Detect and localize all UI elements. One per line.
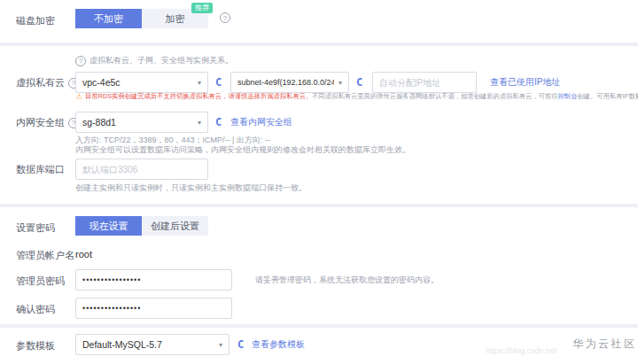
admin-password-input[interactable] [75, 269, 232, 290]
vpc-help-text: 虚拟私有云、子网、安全组与实例关系。 [89, 55, 233, 66]
help-icon[interactable]: ? [220, 12, 230, 23]
admin-password-hint: 请妥善管理密码，系统无法获取您设置的密码内容。 [255, 275, 439, 286]
security-group-select-value: sg-88d1 [82, 117, 116, 128]
console-link[interactable]: 控制台 [558, 92, 578, 101]
disk-encryption-toggle: 不加密 加密 [75, 9, 208, 28]
chevron-down-icon: ▾ [198, 79, 201, 87]
param-template-select-value: Default-MySQL-5.7 [82, 339, 162, 350]
refresh-icon[interactable]: C [237, 338, 244, 351]
param-template-select[interactable]: Default-MySQL-5.7 ▾ [75, 334, 230, 355]
confirm-password-label: 确认密码 [16, 303, 55, 316]
disk-encryption-option-none[interactable]: 不加密 [75, 9, 142, 28]
vpc-help-line: ? 虚拟私有云、子网、安全组与实例关系。 [75, 55, 233, 66]
section-divider [0, 204, 638, 207]
disk-encryption-label: 磁盘加密 [16, 14, 55, 27]
set-password-label: 设置密码 [16, 221, 55, 235]
security-group-label: 内网安全组 ? [16, 116, 79, 129]
rds-config-page: 磁盘加密 不加密 加密 推荐 ? ? 虚拟私有云、子网、安全组与实例关系。 虚拟… [0, 0, 638, 364]
ip-address-input[interactable] [372, 72, 477, 93]
section-divider [0, 324, 638, 328]
warning-icon: ⚠ [75, 92, 82, 101]
refresh-icon[interactable]: C [356, 76, 362, 89]
admin-account-value: root [75, 249, 92, 259]
db-port-label: 数据库端口 [16, 163, 65, 176]
view-security-group-link[interactable]: 查看内网安全组 [230, 116, 292, 128]
set-password-now-option[interactable]: 现在设置 [75, 216, 142, 236]
set-password-toggle: 现在设置 创建后设置 [75, 216, 208, 236]
vpc-warning-gray-text-2: 创建。可用私有IP数量250个。 [577, 92, 638, 101]
vpc-select-value: vpc-4e5c [82, 77, 121, 88]
vpc-select[interactable]: vpc-4e5c ▾ [75, 72, 208, 93]
subnet-select-value: subnet-4e9f(192.168.0.0/24) [237, 78, 334, 87]
view-used-ip-link[interactable]: 查看已使用IP地址 [490, 76, 560, 89]
recommend-badge: 推荐 [191, 3, 213, 13]
param-template-label: 参数模板 [16, 339, 55, 352]
chevron-down-icon: ▾ [198, 119, 201, 127]
refresh-icon[interactable]: C [215, 76, 222, 89]
vpc-label: 虚拟私有云 ? [16, 76, 79, 89]
vpc-warning-red-text: 目前RDS实例创建完成后不支持切换虚拟私有云，请谨慎选择所属虚拟私有云。 [85, 92, 312, 101]
watermark-brand: 华为云社区 [572, 337, 637, 352]
help-icon[interactable]: ? [75, 56, 86, 66]
subnet-select[interactable]: subnet-4e9f(192.168.0.0/24) ▾ [230, 72, 349, 93]
view-param-template-link[interactable]: 查看参数模板 [252, 338, 305, 351]
vpc-warning: ⚠ 目前RDS实例创建完成后不支持切换虚拟私有云，请谨慎选择所属虚拟私有云。 不… [75, 92, 638, 101]
db-port-desc: 创建主实例和只读实例时，只读实例和主实例数据端口保持一致。 [75, 182, 307, 194]
section-divider [0, 43, 638, 46]
confirm-password-input[interactable] [75, 298, 232, 319]
refresh-icon[interactable]: C [215, 116, 222, 128]
watermark-url: https://blog.csdn.net [486, 346, 557, 355]
set-password-later-option[interactable]: 创建后设置 [142, 216, 208, 236]
security-group-desc: 内网安全组可以设置数据库访问策略，内网安全组内规则的修改会对相关联的数据库立即生… [75, 144, 410, 156]
security-group-select[interactable]: sg-88d1 ▾ [75, 112, 208, 133]
db-port-input[interactable] [75, 159, 208, 180]
admin-account-label: 管理员帐户名 [16, 249, 74, 262]
chevron-down-icon: ▾ [338, 79, 342, 87]
chevron-down-icon: ▾ [219, 341, 222, 349]
admin-password-label: 管理员密码 [16, 275, 65, 288]
vpc-warning-gray-text: 不同虚拟私有云里面的弹性云服务器网络默认不通，如需创建新的虚拟私有云，可前往 [312, 92, 557, 101]
